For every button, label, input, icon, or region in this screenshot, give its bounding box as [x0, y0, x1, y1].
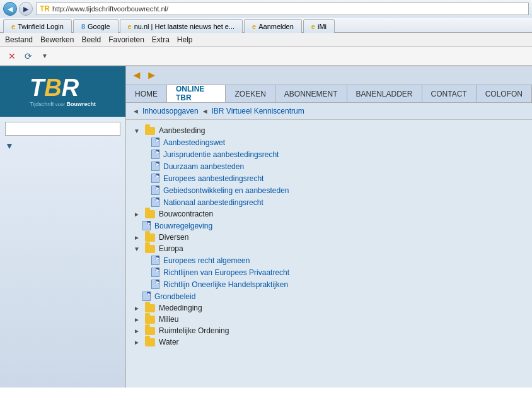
- toggle-mededinging[interactable]: ►: [134, 305, 142, 312]
- back-button[interactable]: ◀: [3, 2, 17, 16]
- menu-help[interactable]: Help: [177, 35, 193, 44]
- nav-tab-contact[interactable]: CONTACT: [422, 85, 477, 102]
- menu-favorieten[interactable]: Favorieten: [108, 35, 144, 44]
- logo-area: T B R Tijdschrift voor Bouwrecht: [0, 66, 125, 117]
- tree-label-grondbeleid: Grondbeleid: [154, 292, 195, 301]
- tree-label-diversen: Diversen: [159, 233, 188, 242]
- nav-left-arrow[interactable]: ◄: [131, 69, 142, 82]
- breadcrumb-item-0[interactable]: Inhoudsopgaven: [142, 107, 199, 115]
- tab-icon-nu: e: [128, 23, 132, 30]
- tree-label-milieu: Milieu: [159, 315, 178, 324]
- tab-label-twinfield: Twinfield Login: [18, 23, 64, 30]
- nav-tab-zoeken[interactable]: ZOEKEN: [226, 85, 275, 102]
- tree-label-richtlijn-oneerlijk: Richtlijn Oneerlijke Handelspraktijken: [163, 280, 288, 289]
- tree-label-bouwcontracten: Bouwcontracten: [159, 210, 213, 218]
- tree-item-europees-recht[interactable]: Europees recht algemeen: [151, 254, 524, 266]
- search-input[interactable]: [5, 122, 120, 136]
- tree-item-diversen[interactable]: ► Diversen: [134, 232, 524, 243]
- tree-label-europees-recht: Europees recht algemeen: [163, 256, 250, 265]
- nav-tab-colofon[interactable]: COLOFON: [477, 85, 532, 102]
- tree-item-jurisprudentie[interactable]: Jurisprudentie aanbestedingsrecht: [151, 148, 524, 160]
- breadcrumb-item-1[interactable]: IBR Virtueel Kenniscentrum: [212, 107, 304, 115]
- logo: T B R Tijdschrift voor Bouwrecht: [30, 76, 96, 107]
- tree-item-europees-aanbesteding[interactable]: Europees aanbestedingsrecht: [151, 172, 524, 184]
- tree-item-gebiedsontwikkeling[interactable]: Gebiedsontwikkeling en aanbesteden: [151, 184, 524, 196]
- tree-label-aanbesteding: Aanbesteding: [159, 126, 205, 135]
- stop-button[interactable]: ✕: [5, 49, 19, 63]
- tree-item-nationaal[interactable]: Nationaal aanbestedingsrecht: [151, 196, 524, 208]
- folder-icon-milieu: [145, 316, 155, 324]
- dropdown-button[interactable]: ▼: [38, 49, 52, 63]
- doc-icon-nationaal: [151, 198, 159, 207]
- content-area: ▼ Aanbesteding Aanbestedingswet Jurispru…: [126, 120, 532, 387]
- doc-icon-jurisprudentie: [151, 150, 159, 159]
- tree-item-water[interactable]: ► Water: [134, 336, 524, 348]
- refresh-button[interactable]: ⟳: [21, 49, 35, 63]
- nav-buttons: ◀ ▶: [3, 2, 33, 16]
- tree-item-grondbeleid[interactable]: Grondbeleid: [134, 290, 524, 302]
- address-bar[interactable]: TR http://www.tijdschriftvoorbouwrecht.n…: [36, 3, 529, 15]
- browser-tab-nu[interactable]: e nu.nl | Het laatste nieuws het e...: [120, 19, 243, 33]
- menu-bewerken[interactable]: Bewerken: [40, 35, 74, 44]
- nav-right-arrow[interactable]: ►: [146, 69, 158, 82]
- toggle-europa[interactable]: ▼: [134, 245, 142, 252]
- tree-label-europees-aanbesteding: Europees aanbestedingsrecht: [163, 174, 263, 183]
- doc-icon-grondbeleid: [142, 292, 151, 301]
- menu-extra[interactable]: Extra: [152, 35, 170, 44]
- toggle-water[interactable]: ►: [134, 339, 142, 346]
- logo-subtitle-main: Bouwrecht: [66, 101, 96, 107]
- folder-icon-ruimtelijke-ordening: [145, 327, 155, 335]
- nav-tab-online-tbr[interactable]: ONLINE TBR: [167, 85, 226, 102]
- nav-tab-abonnement[interactable]: ABONNEMENT: [275, 85, 347, 102]
- doc-icon-richtlijn-oneerlijk: [151, 280, 159, 289]
- tree-label-nationaal: Nationaal aanbestedingsrecht: [163, 198, 263, 207]
- browser-tab-google[interactable]: 8 Google: [73, 19, 119, 33]
- tree-label-water: Water: [159, 338, 179, 346]
- browser-tab-twinfield[interactable]: e Twinfield Login: [3, 19, 72, 33]
- filter-arrow-icon[interactable]: ▼: [5, 141, 14, 151]
- toggle-diversen[interactable]: ►: [134, 234, 142, 241]
- tab-label-nu: nu.nl | Het laatste nieuws het e...: [134, 23, 234, 30]
- tabs-bar: e Twinfield Login 8 Google e nu.nl | Het…: [0, 18, 532, 33]
- tree-item-aanbestedingswet[interactable]: Aanbestedingswet: [151, 136, 524, 148]
- doc-icon-bouwregelgeving: [142, 221, 151, 230]
- tree-item-richtlijn-oneerlijk[interactable]: Richtlijn Oneerlijke Handelspraktijken: [151, 278, 524, 290]
- toggle-aanbesteding[interactable]: ▼: [134, 127, 142, 134]
- tree-item-aanbesteding[interactable]: ▼ Aanbesteding: [134, 125, 524, 136]
- menu-bestand[interactable]: Bestand: [5, 35, 33, 44]
- menu-beeld[interactable]: Beeld: [81, 35, 101, 44]
- forward-button[interactable]: ▶: [19, 2, 33, 16]
- sidebar: T B R Tijdschrift voor Bouwrecht ▼: [0, 66, 126, 387]
- tab-icon-twinfield: e: [11, 23, 15, 30]
- tree-item-bouwregelgeving[interactable]: Bouwregelgeving: [134, 220, 524, 232]
- doc-icon-richtlijnen-privaatrecht: [151, 268, 159, 277]
- tree-item-milieu[interactable]: ► Milieu: [134, 314, 524, 325]
- tree-item-ruimtelijke-ordening[interactable]: ► Ruimtelijke Ordening: [134, 325, 524, 336]
- tab-label-imi: iMi: [318, 23, 327, 30]
- logo-subtitle-pre: Tijdschrift: [30, 101, 54, 107]
- browser-tab-imi[interactable]: e iMi: [303, 19, 335, 33]
- tree-label-europa: Europa: [159, 244, 183, 253]
- toggle-bouwcontracten[interactable]: ►: [134, 211, 142, 218]
- sidebar-filter: ▼: [0, 141, 125, 151]
- tree-item-duurzaam[interactable]: Duurzaam aanbesteden: [151, 160, 524, 172]
- tree-item-bouwcontracten[interactable]: ► Bouwcontracten: [134, 208, 524, 220]
- toggle-milieu[interactable]: ►: [134, 316, 142, 323]
- toggle-ruimtelijke-ordening[interactable]: ►: [134, 328, 142, 334]
- toolbar: ✕ ⟳ ▼: [0, 47, 532, 66]
- tree-root: ▼ Aanbesteding Aanbestedingswet Jurispru…: [134, 125, 524, 348]
- browser-tab-aanmelden[interactable]: e Aanmelden: [244, 19, 302, 33]
- address-icon: TR: [40, 4, 50, 13]
- folder-icon-europa: [145, 245, 155, 253]
- logo-subtitle-for: voor: [55, 102, 67, 107]
- nav-tab-banenladder-label: BANENLADDER: [356, 90, 413, 98]
- nav-arrows: ◄ ►: [126, 66, 163, 85]
- nav-tab-home[interactable]: HOME: [126, 85, 167, 102]
- tree-item-mededinging[interactable]: ► Mededinging: [134, 302, 524, 314]
- doc-icon-gebiedsontwikkeling: [151, 186, 159, 195]
- nav-tab-banenladder[interactable]: BANENLADDER: [347, 85, 422, 102]
- tree-item-richtlijnen-privaatrecht[interactable]: Richtlijnen van Europees Privaatrecht: [151, 266, 524, 278]
- doc-icon-duurzaam: [151, 162, 159, 171]
- tree-label-duurzaam: Duurzaam aanbesteden: [163, 162, 244, 171]
- tree-item-europa[interactable]: ▼ Europa: [134, 243, 524, 254]
